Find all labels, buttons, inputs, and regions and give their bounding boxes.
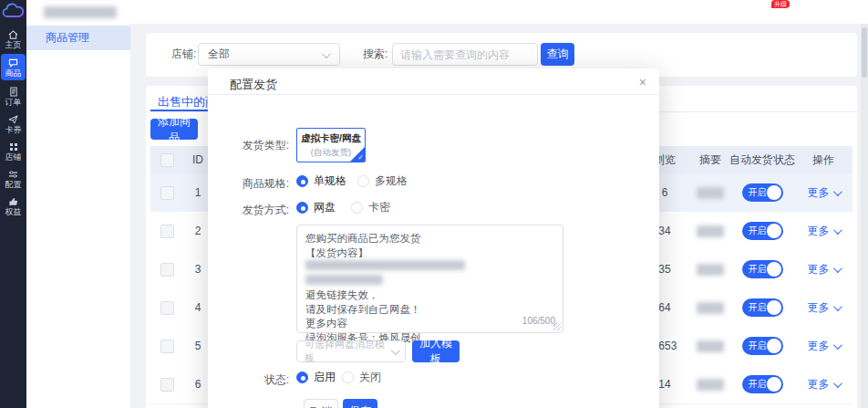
sidebar-item-coupons[interactable]: 卡券 (1, 110, 26, 137)
template-select-placeholder: 可选择网盘消息模板 (305, 338, 391, 365)
check-icon: ✓ (357, 153, 364, 162)
close-icon[interactable]: × (639, 76, 646, 89)
goods-icon (8, 58, 18, 68)
more-actions-link[interactable]: 更多 (808, 185, 840, 201)
search-label: 搜索: (363, 47, 388, 62)
method-label: 发货方式: (223, 203, 289, 218)
radio-label: 卡密 (368, 200, 390, 215)
more-label: 更多 (808, 300, 830, 316)
toggle-label: 开启 (749, 301, 767, 314)
shop-name-redacted (44, 6, 117, 18)
benefits-icon (8, 196, 18, 207)
auto-delivery-toggle[interactable]: 开启 (742, 222, 783, 240)
more-actions-link[interactable]: 更多 (808, 224, 840, 239)
sidebar-item-label: 商品 (5, 68, 22, 78)
more-label: 更多 (808, 262, 830, 277)
toggle-knob (767, 262, 781, 277)
radio-label: 启用 (314, 370, 336, 385)
auto-delivery-toggle[interactable]: 开启 (742, 298, 783, 317)
message-line: 【发货内容】 (305, 246, 554, 261)
sidebar-item-benefits[interactable]: 权益 (1, 193, 26, 219)
resize-grip-icon[interactable] (553, 323, 561, 330)
more-label: 更多 (808, 185, 830, 201)
radio-multi-spec[interactable]: 多规格 (357, 173, 408, 189)
toggle-label: 开启 (749, 263, 767, 276)
shop-select[interactable]: 全部 (198, 43, 340, 66)
delivery-message-textarea[interactable]: 您购买的商品已为您发货 【发货内容】 避免链接失效， 请及时保存到自己网盘！ 更… (296, 225, 563, 333)
message-redacted (305, 275, 383, 285)
scrollbar-thumb[interactable] (862, 27, 867, 78)
status-label: 状态: (223, 372, 289, 388)
row-checkbox[interactable] (160, 340, 174, 353)
add-product-button[interactable]: 添加商品 (150, 119, 198, 140)
more-actions-link[interactable]: 更多 (808, 262, 840, 277)
sidebar-item-goods[interactable]: 商品 (1, 54, 26, 80)
sidebar-item-shop[interactable]: 店铺 (1, 138, 26, 164)
radio-selected-icon (296, 202, 308, 214)
secondary-sidebar (26, 0, 131, 408)
row-checkbox[interactable] (160, 186, 174, 200)
save-button[interactable]: 保存 (343, 399, 377, 408)
radio-label: 单规格 (314, 173, 346, 189)
row-checkbox[interactable] (160, 225, 174, 238)
sidebar-item-home[interactable]: 主页 (1, 26, 26, 52)
insert-template-button[interactable]: 加入模板 (412, 340, 460, 362)
toggle-knob (767, 224, 781, 238)
delivery-type-card[interactable]: 虚拟卡密/网盘 (自动发货) ✓ (296, 128, 366, 162)
more-actions-link[interactable]: 更多 (808, 377, 840, 392)
sidebar-item-config[interactable]: 配置 (1, 165, 26, 192)
select-all-checkbox[interactable] (160, 153, 174, 167)
row-checkbox[interactable] (160, 301, 174, 315)
sliders-icon (8, 169, 18, 180)
search-input[interactable] (392, 43, 538, 66)
chevron-down-icon (391, 346, 400, 355)
shop-select-value: 全部 (208, 47, 230, 62)
radio-status-disabled[interactable]: 关闭 (342, 370, 381, 385)
radio-status-enabled[interactable]: 启用 (296, 370, 336, 385)
home-icon (8, 29, 18, 40)
shop-filter-label: 店铺: (171, 47, 196, 62)
sidebar-item-label: 卡券 (5, 125, 22, 134)
type-card-title: 虚拟卡密/网盘 (297, 132, 365, 145)
toggle-knob (767, 185, 781, 200)
auto-delivery-toggle[interactable]: 开启 (742, 375, 783, 393)
auto-delivery-toggle[interactable]: 开启 (742, 183, 783, 202)
row-checkbox[interactable] (160, 263, 174, 277)
toggle-label: 开启 (749, 340, 767, 352)
query-button[interactable]: 查询 (541, 43, 574, 66)
chevron-down-icon (832, 225, 842, 235)
more-label: 更多 (808, 224, 830, 239)
char-counter: 106/500 (522, 314, 555, 329)
toggle-knob (767, 339, 781, 353)
message-line: 更多内容 (305, 317, 554, 331)
header-actions: 操作 (796, 146, 851, 173)
auto-delivery-toggle[interactable]: 开启 (742, 260, 783, 278)
radio-netdisk[interactable]: 网盘 (296, 200, 336, 215)
orders-icon (9, 87, 18, 98)
more-label: 更多 (808, 377, 830, 392)
chevron-down-icon (322, 49, 331, 58)
radio-single-spec[interactable]: 单规格 (296, 173, 346, 189)
radio-unselected-icon (351, 202, 363, 214)
cancel-button[interactable]: 取消 (304, 399, 338, 408)
sidebar-item-orders[interactable]: 订单 (1, 83, 26, 110)
more-actions-link[interactable]: 更多 (808, 339, 840, 354)
chevron-down-icon (832, 340, 842, 350)
scrollbar-track[interactable] (861, 24, 868, 408)
toggle-knob (767, 377, 781, 392)
radio-cardkey[interactable]: 卡密 (351, 200, 390, 215)
chevron-down-icon (832, 187, 842, 196)
submenu-item-product-management[interactable]: 商品管理 (26, 26, 130, 50)
app-logo-cloud-icon[interactable] (2, 3, 25, 23)
spec-label: 商品规格: (223, 176, 289, 192)
more-label: 更多 (808, 339, 830, 354)
send-icon (8, 114, 18, 125)
radio-selected-icon (296, 371, 308, 383)
auto-delivery-toggle[interactable]: 开启 (742, 337, 783, 355)
more-actions-link[interactable]: 更多 (808, 300, 840, 316)
primary-sidebar: 主页 商品 订单 卡券 店铺 配置 权益 (0, 0, 26, 408)
message-line: 请及时保存到自己网盘！ (305, 303, 554, 318)
template-select[interactable]: 可选择网盘消息模板 (296, 340, 406, 362)
row-checkbox[interactable] (160, 378, 174, 392)
radio-label: 关闭 (359, 370, 381, 385)
